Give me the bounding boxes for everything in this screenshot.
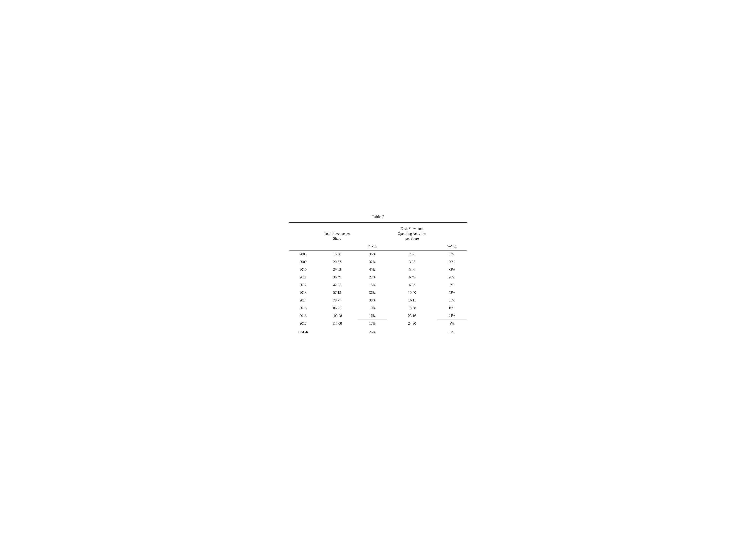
row-cashflow: 2.96 — [387, 251, 437, 259]
table-row: 2010 29.92 45% 5.06 32% — [289, 266, 467, 274]
cagr-yoy1: 26% — [358, 327, 387, 336]
row-yoy2: 16% — [437, 304, 467, 312]
table-row: 2013 57.13 36% 10.40 52% — [289, 289, 467, 296]
table-row: 2015 86.75 10% 18.68 16% — [289, 304, 467, 312]
subheader-cashflow — [387, 243, 437, 251]
subheader-revenue — [317, 243, 358, 251]
row-year: 2017 — [289, 320, 317, 328]
row-yoy1: 22% — [358, 274, 387, 281]
table-title: Table 2 — [289, 214, 467, 219]
row-yoy2: 8% — [437, 320, 467, 328]
row-yoy2: 83% — [437, 251, 467, 259]
table-container: Table 2 Total Revenue perShare Cash Flow… — [289, 214, 467, 336]
row-year: 2009 — [289, 258, 317, 266]
cagr-label: CAGR — [289, 327, 317, 336]
row-cashflow: 6.83 — [387, 281, 437, 289]
row-yoy1: 15% — [358, 281, 387, 289]
table-row: 2012 42.05 15% 6.83 5% — [289, 281, 467, 289]
row-yoy1: 16% — [358, 312, 387, 320]
row-yoy2: 52% — [437, 289, 467, 296]
row-revenue: 42.05 — [317, 281, 358, 289]
cashflow-header: Cash Flow fromOperating Activitiesper Sh… — [387, 223, 437, 243]
row-revenue: 78.77 — [317, 296, 358, 304]
year-header — [289, 223, 317, 243]
subheader-yoy2: YoY △ — [437, 243, 467, 251]
row-year: 2015 — [289, 304, 317, 312]
table-row: 2016 100.28 16% 23.16 24% — [289, 312, 467, 320]
row-cashflow: 24.90 — [387, 320, 437, 328]
header-row: Total Revenue perShare Cash Flow fromOpe… — [289, 223, 467, 243]
subheader-year — [289, 243, 317, 251]
row-year: 2013 — [289, 289, 317, 296]
row-cashflow: 5.06 — [387, 266, 437, 274]
row-cashflow: 3.85 — [387, 258, 437, 266]
row-cashflow: 16.11 — [387, 296, 437, 304]
row-revenue: 15.60 — [317, 251, 358, 259]
row-yoy2: 28% — [437, 274, 467, 281]
row-revenue: 20.67 — [317, 258, 358, 266]
yoy1-symbol: YoY △ — [368, 245, 377, 248]
row-yoy1: 38% — [358, 296, 387, 304]
row-year: 2016 — [289, 312, 317, 320]
revenue-header: Total Revenue perShare — [317, 223, 358, 243]
yoy2-symbol: YoY △ — [447, 245, 457, 248]
row-revenue: 36.49 — [317, 274, 358, 281]
row-cashflow: 23.16 — [387, 312, 437, 320]
row-revenue: 86.75 — [317, 304, 358, 312]
cagr-row: CAGR 26% 31% — [289, 327, 467, 336]
row-cashflow: 6.49 — [387, 274, 437, 281]
subheader-yoy1: YoY △ — [358, 243, 387, 251]
row-cashflow: 10.40 — [387, 289, 437, 296]
row-year: 2010 — [289, 266, 317, 274]
row-yoy2: 32% — [437, 266, 467, 274]
row-year: 2012 — [289, 281, 317, 289]
row-year: 2008 — [289, 251, 317, 259]
row-year: 2014 — [289, 296, 317, 304]
row-yoy1: 32% — [358, 258, 387, 266]
row-yoy2: 24% — [437, 312, 467, 320]
table-row: 2017 117.00 17% 24.90 8% — [289, 320, 467, 328]
subheader-row: YoY △ YoY △ — [289, 243, 467, 251]
table-row: 2009 20.67 32% 3.85 30% — [289, 258, 467, 266]
cagr-cashflow-empty — [387, 327, 437, 336]
table-row: 2008 15.60 36% 2.96 83% — [289, 251, 467, 259]
row-yoy1: 36% — [358, 289, 387, 296]
cagr-revenue-empty — [317, 327, 358, 336]
table-row: 2014 78.77 38% 16.11 55% — [289, 296, 467, 304]
data-table: Total Revenue perShare Cash Flow fromOpe… — [289, 223, 467, 336]
row-yoy2: 30% — [437, 258, 467, 266]
table-body: 2008 15.60 36% 2.96 83% 2009 20.67 32% 3… — [289, 251, 467, 336]
row-yoy1: 36% — [358, 251, 387, 259]
row-yoy1: 45% — [358, 266, 387, 274]
row-yoy2: 5% — [437, 281, 467, 289]
yoy2-header — [437, 223, 467, 243]
table-row: 2011 36.49 22% 6.49 28% — [289, 274, 467, 281]
row-revenue: 57.13 — [317, 289, 358, 296]
row-revenue: 117.00 — [317, 320, 358, 328]
row-year: 2011 — [289, 274, 317, 281]
row-cashflow: 18.68 — [387, 304, 437, 312]
row-yoy2: 55% — [437, 296, 467, 304]
row-revenue: 100.28 — [317, 312, 358, 320]
row-revenue: 29.92 — [317, 266, 358, 274]
cagr-yoy2: 31% — [437, 327, 467, 336]
row-yoy1: 10% — [358, 304, 387, 312]
row-yoy1: 17% — [358, 320, 387, 328]
yoy1-header — [358, 223, 387, 243]
